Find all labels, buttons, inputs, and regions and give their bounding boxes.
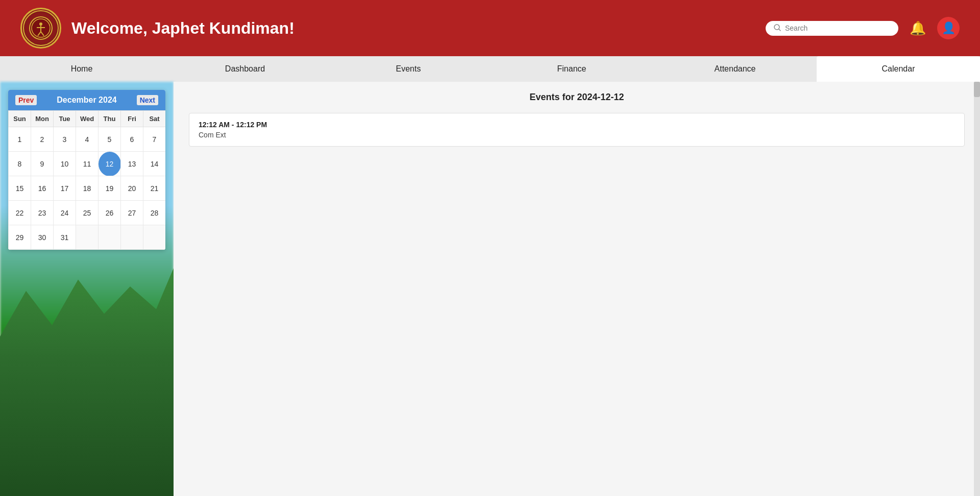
- main-content: Prev December 2024 Next Sun Mon Tue Wed …: [0, 82, 980, 496]
- svg-line-8: [779, 29, 780, 31]
- calendar-day: [143, 225, 166, 250]
- search-icon: [774, 24, 781, 33]
- calendar-day[interactable]: 26: [99, 201, 121, 225]
- profile-icon: 👤: [942, 21, 955, 35]
- calendar-week-0: 1234567: [9, 127, 166, 152]
- nav-item-finance[interactable]: Finance: [490, 56, 653, 82]
- day-header-sun: Sun: [9, 111, 31, 127]
- notification-button[interactable]: 🔔: [906, 17, 929, 39]
- calendar-day[interactable]: 24: [54, 201, 76, 225]
- search-box: [766, 21, 898, 36]
- left-panel: Prev December 2024 Next Sun Mon Tue Wed …: [0, 82, 174, 496]
- calendar-day[interactable]: 15: [9, 176, 31, 201]
- calendar-day[interactable]: 18: [76, 176, 99, 201]
- calendar-header: Prev December 2024 Next: [8, 90, 165, 110]
- calendar-day: [76, 225, 99, 250]
- calendar-day[interactable]: 31: [54, 225, 76, 250]
- header-right: 🔔 👤: [766, 17, 960, 39]
- calendar-body: 1234567891011121314151617181920212223242…: [9, 127, 166, 250]
- calendar-grid: Sun Mon Tue Wed Thu Fri Sat 123456789101…: [8, 110, 165, 250]
- calendar-day[interactable]: 27: [121, 201, 143, 225]
- calendar-week-2: 15161718192021: [9, 176, 166, 201]
- calendar-day[interactable]: 5: [99, 127, 121, 152]
- calendar-day[interactable]: 22: [9, 201, 31, 225]
- event-time: 12:12 AM - 12:12 PM: [199, 121, 955, 129]
- nav-bar: Home Dashboard Events Finance Attendance…: [0, 56, 980, 82]
- calendar-widget: Prev December 2024 Next Sun Mon Tue Wed …: [8, 90, 165, 250]
- calendar-day[interactable]: 6: [121, 127, 143, 152]
- calendar-day[interactable]: 7: [143, 127, 166, 152]
- notification-icon: 🔔: [910, 20, 926, 36]
- calendar-day[interactable]: 28: [143, 201, 166, 225]
- day-header-tue: Tue: [54, 111, 76, 127]
- scrollbar-track[interactable]: [974, 82, 980, 496]
- calendar-day[interactable]: 9: [31, 152, 54, 176]
- day-header-sat: Sat: [143, 111, 166, 127]
- calendar-day[interactable]: 29: [9, 225, 31, 250]
- event-card: 12:12 AM - 12:12 PM Com Ext: [189, 113, 965, 147]
- day-header-fri: Fri: [121, 111, 143, 127]
- day-header-mon: Mon: [31, 111, 54, 127]
- svg-point-2: [39, 22, 42, 26]
- nav-item-calendar[interactable]: Calendar: [817, 56, 980, 82]
- event-name: Com Ext: [199, 131, 955, 139]
- calendar-day[interactable]: 1: [9, 127, 31, 152]
- scrollbar-thumb[interactable]: [974, 82, 980, 97]
- calendar-day[interactable]: 16: [31, 176, 54, 201]
- search-input[interactable]: [785, 24, 890, 32]
- calendar-week-3: 22232425262728: [9, 201, 166, 225]
- day-header-thu: Thu: [99, 111, 121, 127]
- calendar-day[interactable]: 13: [121, 152, 143, 176]
- day-header-wed: Wed: [76, 111, 99, 127]
- background-trees: [0, 268, 174, 496]
- welcome-text: Welcome, Japhet Kundiman!: [71, 19, 295, 38]
- header-left: Welcome, Japhet Kundiman!: [20, 8, 295, 49]
- calendar-day[interactable]: 12: [99, 152, 121, 176]
- calendar-day[interactable]: 21: [143, 176, 166, 201]
- logo-svg: [28, 15, 54, 41]
- calendar-prev-button[interactable]: Prev: [15, 95, 37, 105]
- calendar-day[interactable]: 19: [99, 176, 121, 201]
- calendar-next-button[interactable]: Next: [137, 95, 158, 105]
- calendar-day[interactable]: 25: [76, 201, 99, 225]
- header: Welcome, Japhet Kundiman! 🔔 👤: [0, 0, 980, 56]
- nav-item-home[interactable]: Home: [0, 56, 163, 82]
- calendar-day[interactable]: 10: [54, 152, 76, 176]
- calendar-month-title: December 2024: [57, 96, 116, 105]
- calendar-day[interactable]: 3: [54, 127, 76, 152]
- calendar-day[interactable]: 4: [76, 127, 99, 152]
- logo: [20, 8, 61, 49]
- calendar-day[interactable]: 11: [76, 152, 99, 176]
- calendar-day[interactable]: 30: [31, 225, 54, 250]
- calendar-day[interactable]: 14: [143, 152, 166, 176]
- nav-item-dashboard[interactable]: Dashboard: [163, 56, 327, 82]
- calendar-day[interactable]: 17: [54, 176, 76, 201]
- calendar-week-4: 293031: [9, 225, 166, 250]
- calendar-week-1: 891011121314: [9, 152, 166, 176]
- calendar-day-headers: Sun Mon Tue Wed Thu Fri Sat: [9, 111, 166, 127]
- profile-button[interactable]: 👤: [937, 17, 960, 39]
- calendar-day[interactable]: 2: [31, 127, 54, 152]
- nav-item-attendance[interactable]: Attendance: [653, 56, 817, 82]
- right-panel: Events for 2024-12-12 12:12 AM - 12:12 P…: [174, 82, 980, 496]
- calendar-day[interactable]: 23: [31, 201, 54, 225]
- nav-item-events[interactable]: Events: [327, 56, 490, 82]
- events-title: Events for 2024-12-12: [189, 92, 965, 103]
- calendar-day[interactable]: 8: [9, 152, 31, 176]
- calendar-day: [121, 225, 143, 250]
- calendar-day: [99, 225, 121, 250]
- calendar-day[interactable]: 20: [121, 176, 143, 201]
